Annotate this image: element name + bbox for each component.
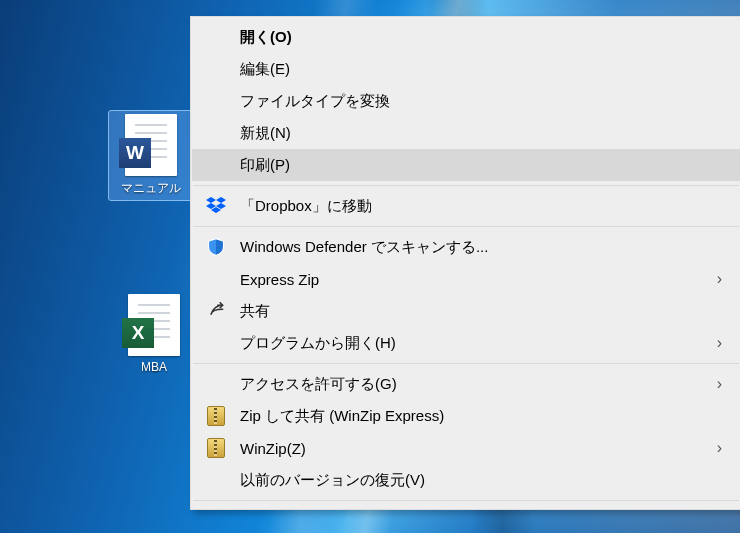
menu-item-open-with[interactable]: プログラムから開く(H) ›	[192, 327, 740, 359]
chevron-right-icon: ›	[717, 439, 722, 457]
share-icon	[206, 301, 226, 321]
dropbox-icon	[206, 196, 226, 216]
desktop-icon-excel[interactable]: X MBA	[115, 294, 193, 374]
menu-item-label: Zip して共有 (WinZip Express)	[240, 407, 444, 426]
menu-item-zip-and-share[interactable]: Zip して共有 (WinZip Express)	[192, 400, 740, 432]
excel-badge-icon: X	[122, 318, 154, 348]
menu-item-restore-previous[interactable]: 以前のバージョンの復元(V)	[192, 464, 740, 496]
context-menu: 開く(O) 編集(E) ファイルタイプを変換 新規(N) 印刷(P) 「Drop…	[190, 16, 740, 510]
menu-item-edit[interactable]: 編集(E)	[192, 53, 740, 85]
winzip-icon	[206, 406, 226, 426]
chevron-right-icon: ›	[717, 334, 722, 352]
desktop-icon-word[interactable]: W マニュアル	[109, 111, 193, 200]
menu-separator	[193, 185, 739, 186]
menu-item-label: 「Dropbox」に移動	[240, 197, 372, 216]
menu-item-print[interactable]: 印刷(P)	[192, 149, 740, 181]
menu-item-label: 開く(O)	[240, 28, 292, 47]
winzip-icon	[206, 438, 226, 458]
shield-icon	[206, 237, 226, 257]
menu-separator	[193, 363, 739, 364]
menu-item-defender-scan[interactable]: Windows Defender でスキャンする...	[192, 231, 740, 263]
menu-item-move-to-dropbox[interactable]: 「Dropbox」に移動	[192, 190, 740, 222]
menu-item-label: 共有	[240, 302, 270, 321]
menu-item-label: アクセスを許可する(G)	[240, 375, 397, 394]
file-icon: W	[125, 114, 177, 176]
menu-item-label: 以前のバージョンの復元(V)	[240, 471, 425, 490]
menu-item-label: ファイルタイプを変換	[240, 92, 390, 111]
word-badge-icon: W	[119, 138, 151, 168]
svg-marker-1	[216, 197, 226, 203]
desktop-icon-label: マニュアル	[112, 180, 190, 197]
menu-item-label: プログラムから開く(H)	[240, 334, 396, 353]
menu-item-new[interactable]: 新規(N)	[192, 117, 740, 149]
chevron-right-icon: ›	[717, 375, 722, 393]
menu-item-label: WinZip(Z)	[240, 440, 306, 457]
menu-item-express-zip[interactable]: Express Zip ›	[192, 263, 740, 295]
menu-item-label: 新規(N)	[240, 124, 291, 143]
menu-separator	[193, 500, 739, 501]
svg-marker-0	[206, 197, 216, 203]
menu-item-label: Express Zip	[240, 271, 319, 288]
file-icon: X	[128, 294, 180, 356]
chevron-right-icon: ›	[717, 270, 722, 288]
menu-item-label: Windows Defender でスキャンする...	[240, 238, 488, 257]
menu-item-label: 編集(E)	[240, 60, 290, 79]
menu-item-share[interactable]: 共有	[192, 295, 740, 327]
menu-item-winzip[interactable]: WinZip(Z) ›	[192, 432, 740, 464]
menu-item-convert-filetype[interactable]: ファイルタイプを変換	[192, 85, 740, 117]
desktop-icon-label: MBA	[115, 360, 193, 374]
menu-item-give-access[interactable]: アクセスを許可する(G) ›	[192, 368, 740, 400]
menu-item-label: 印刷(P)	[240, 156, 290, 175]
menu-item-open[interactable]: 開く(O)	[192, 21, 740, 53]
menu-separator	[193, 226, 739, 227]
